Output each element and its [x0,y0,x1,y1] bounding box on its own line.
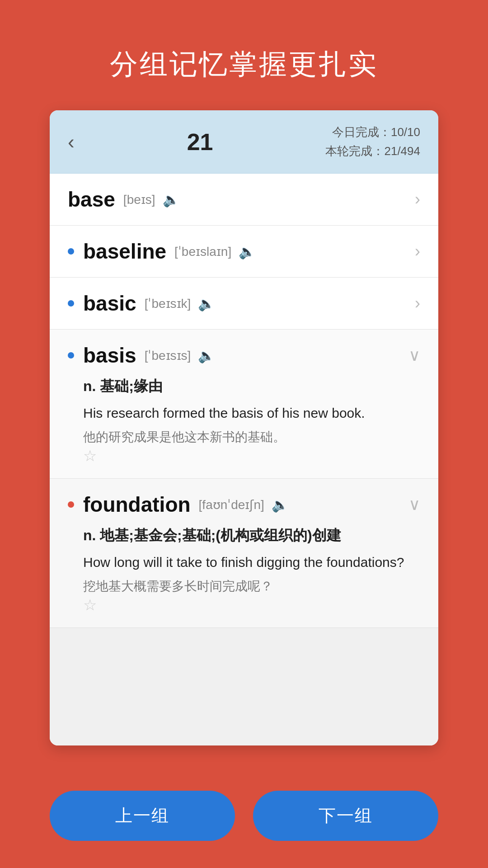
word-text-foundation: foundation [83,492,191,517]
word-row-basic[interactable]: basic [ˈbeɪsɪk] 🔈 › [50,278,438,330]
sound-icon-baseline[interactable]: 🔈 [239,244,255,259]
word-text-basic: basic [83,291,136,316]
sound-icon-foundation[interactable]: 🔈 [272,497,288,513]
word-text-base: base [68,187,115,212]
dot-foundation [68,501,74,508]
word-row-foundation[interactable]: foundation [faʊnˈdeɪʃn] 🔈 ∨ n. 地基;基金会;基础… [50,479,438,628]
page-title: 分组记忆掌握更扎实 [110,45,378,83]
bottom-buttons: 上一组 下一组 [50,791,438,841]
word-row-basis[interactable]: basis [ˈbeɪsɪs] 🔈 ∨ n. 基础;缘由 His researc… [50,330,438,479]
back-button[interactable]: ‹ [68,131,75,153]
chevron-right-baseline: › [415,242,420,261]
dot-basis [68,352,74,359]
word-phonetic-basic: [ˈbeɪsɪk] [145,296,191,311]
progress-round: 本轮完成：21/494 [325,142,420,161]
chevron-right-basic: › [415,294,420,313]
word-text-baseline: baseline [83,239,166,264]
next-group-button[interactable]: 下一组 [253,791,438,841]
word-card: ‹ 21 今日完成：10/10 本轮完成：21/494 base [beɪs] … [50,110,438,745]
example-en-basis: His research formed the basis of his new… [83,403,420,423]
card-header: ‹ 21 今日完成：10/10 本轮完成：21/494 [50,110,438,174]
prev-group-button[interactable]: 上一组 [50,791,235,841]
word-row-baseline[interactable]: baseline [ˈbeɪslaɪn] 🔈 › [50,226,438,278]
empty-area [50,628,438,745]
star-icon-foundation[interactable]: ☆ [83,596,97,613]
dot-baseline [68,248,74,255]
progress-today: 今日完成：10/10 [325,123,420,142]
progress-info: 今日完成：10/10 本轮完成：21/494 [325,123,420,160]
word-row-base[interactable]: base [beɪs] 🔈 › [50,174,438,226]
star-icon-basis[interactable]: ☆ [83,447,97,464]
word-phonetic-foundation: [faʊnˈdeɪʃn] [199,497,264,512]
sound-icon-basis[interactable]: 🔈 [198,348,215,363]
sound-icon-basic[interactable]: 🔈 [198,296,215,311]
def-cn-basis: n. 基础;缘由 [83,377,420,396]
card-number: 21 [187,128,213,156]
definition-basis: n. 基础;缘由 His research formed the basis o… [68,377,420,465]
example-en-foundation: How long will it take to finish digging … [83,552,420,572]
chevron-right-base: › [415,190,420,209]
chevron-down-basis: ∨ [408,346,420,365]
sound-icon-base[interactable]: 🔈 [163,192,179,208]
def-cn-foundation: n. 地基;基金会;基础;(机构或组织的)创建 [83,526,420,546]
example-cn-foundation: 挖地基大概需要多长时间完成呢？ [83,577,420,596]
word-phonetic-baseline: [ˈbeɪslaɪn] [174,244,231,259]
word-phonetic-base: [beɪs] [123,192,155,207]
example-cn-basis: 他的研究成果是他这本新书的基础。 [83,428,420,447]
word-text-basis: basis [83,343,136,368]
definition-foundation: n. 地基;基金会;基础;(机构或组织的)创建 How long will it… [68,526,420,614]
dot-basic [68,300,74,307]
word-phonetic-basis: [ˈbeɪsɪs] [145,348,191,363]
chevron-down-foundation: ∨ [408,495,420,514]
